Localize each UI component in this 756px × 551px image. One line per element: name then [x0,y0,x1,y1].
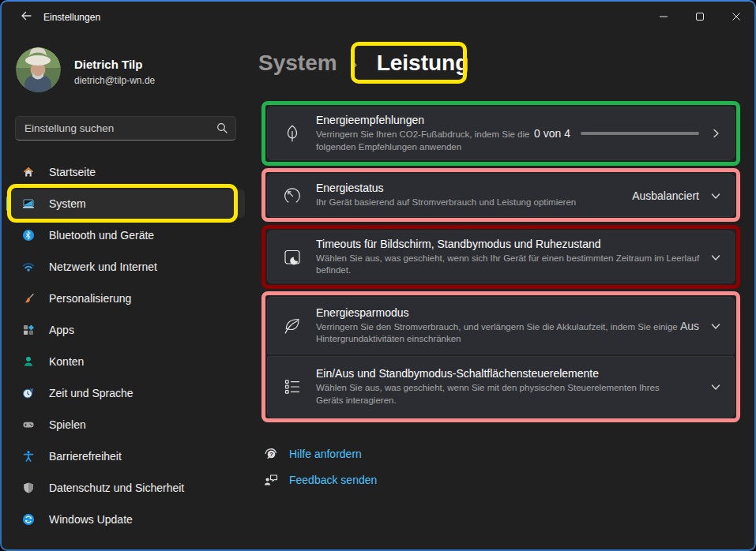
send-feedback-link[interactable]: Feedback senden [263,472,377,488]
app-title: Einstellungen [43,12,100,23]
sidebar-item-label: Spielen [49,418,86,431]
accessibility-icon [22,450,35,463]
apps-grid-icon [22,324,35,336]
sidebar-item-apps[interactable]: Apps [6,316,245,344]
laptop-icon [22,197,35,210]
profile-email: dietrich@tilp-wn.de [74,75,155,86]
profile-name: Dietrich Tilp [74,58,142,71]
energy-progress-bar [581,132,699,135]
sidebar-item-label: Apps [49,324,74,336]
minimize-button[interactable] [645,2,682,32]
card-energy-recommendations[interactable]: Energieempfehlungen Verringern Sie Ihren… [267,107,735,160]
sidebar-item-label: Barrierefreiheit [49,450,122,463]
page-title: Leistung [377,51,469,76]
sidebar-item-label: Netzwerk und Internet [49,261,157,273]
sidebar-item-label: Bluetooth und Geräte [49,229,154,242]
card-title: Energiestatus [316,182,632,194]
card-description: Verringern Sie den Stromverbrauch, und v… [316,321,681,346]
paintbrush-icon [22,292,35,305]
energy-recommendations-count: 0 von 4 [534,127,570,140]
energy-saver-value: Aus [680,320,699,332]
get-help-link[interactable]: ? Hilfe anfordern [263,446,362,462]
card-title: Energieempfehlungen [316,114,534,126]
gauge-icon [282,186,303,206]
get-help-label: Hilfe anfordern [289,448,362,460]
wifi-icon [22,261,35,273]
maximize-icon [695,10,705,24]
energy-status-dropdown-value[interactable]: Ausbalanciert [632,189,699,202]
sidebar-item-label: Zeit und Sprache [49,387,134,399]
sidebar-item-spielen[interactable]: Spielen [6,410,245,439]
sidebar-item-label: Startseite [49,166,96,178]
clock-icon [22,387,35,399]
chevron-down-icon [710,381,721,392]
energy-saver-leaf-icon [282,316,303,336]
sidebar-nav: Startseite System Bluetooth und Geräte N… [6,158,245,537]
card-timeouts[interactable]: Timeouts für Bildschirm, Standbymodus un… [267,231,735,283]
sidebar-item-windows-update[interactable]: Windows Update [6,505,245,534]
list-icon [282,377,303,397]
back-arrow-icon [20,9,32,25]
chevron-right-icon [348,58,360,71]
close-button[interactable] [718,2,754,32]
bluetooth-icon [22,229,35,242]
breadcrumb-parent[interactable]: System [258,51,337,76]
maximize-button[interactable] [682,2,718,32]
close-icon [732,10,741,24]
sidebar-item-label: Personalisierung [49,292,131,305]
search-icon [216,122,228,137]
sidebar-item-label: Konten [49,355,84,368]
help-chat-icon: ? [263,446,279,462]
send-feedback-label: Feedback senden [289,474,377,486]
sidebar-item-bluetooth[interactable]: Bluetooth und Geräte [6,221,245,249]
chevron-right-icon [710,128,721,139]
card-power-button-controls[interactable]: Ein/Aus und Standbymodus-Schaltflächenst… [267,356,735,418]
sidebar-item-datenschutz[interactable]: Datenschutz und Sicherheit [6,474,245,502]
search-box [15,116,236,141]
shield-icon [22,482,35,494]
sidebar-item-system[interactable]: System [6,189,245,218]
chevron-down-icon [710,320,721,332]
search-input[interactable] [15,116,236,141]
breadcrumb: System Leistung [258,46,468,81]
card-description: Ihr Gerät basierend auf Stromverbrauch u… [316,197,664,209]
sidebar-item-netzwerk[interactable]: Netzwerk und Internet [6,253,245,281]
card-description: Wählen Sie aus, was geschieht, wenn sich… [316,253,715,277]
person-icon [22,355,35,368]
sidebar-item-label: System [49,197,86,210]
minimize-icon [659,10,668,24]
feedback-icon [263,472,279,488]
card-title: Timeouts für Bildschirm, Standbymodus un… [316,238,699,250]
card-description: Wählen Sie aus, was geschieht, wenn Sie … [316,382,681,407]
settings-window: Einstellungen [0,0,756,551]
home-icon [22,166,35,178]
update-icon [22,513,35,526]
sidebar-item-label: Datenschutz und Sicherheit [49,482,184,494]
card-description: Verringern Sie Ihren CO2-Fußabdruck, ind… [316,129,562,153]
svg-text:?: ? [269,451,273,458]
avatar[interactable] [16,47,61,92]
sidebar-item-startseite[interactable]: Startseite [6,158,245,186]
sidebar-item-zeit-sprache[interactable]: Zeit und Sprache [6,379,245,407]
sidebar-item-barrierefreiheit[interactable]: Barrierefreiheit [6,442,245,470]
titlebar: Einstellungen [2,2,754,33]
leaf-icon [282,123,303,144]
back-button[interactable] [14,8,38,27]
sidebar-item-konten[interactable]: Konten [6,347,245,376]
chevron-down-icon [710,190,721,201]
card-energy-saver[interactable]: Energiesparmodus Verringern Sie den Stro… [267,297,735,354]
card-energy-status[interactable]: Energiestatus Ihr Gerät basierend auf St… [267,174,735,217]
chevron-down-icon [710,252,721,263]
sidebar-item-personalisierung[interactable]: Personalisierung [6,284,245,313]
card-title: Ein/Aus und Standbymodus-Schaltflächenst… [316,367,699,380]
sidebar-item-label: Windows Update [49,513,133,526]
screen-moon-icon [282,247,303,268]
gamepad-icon [22,418,35,431]
card-title: Energiesparmodus [316,306,680,319]
